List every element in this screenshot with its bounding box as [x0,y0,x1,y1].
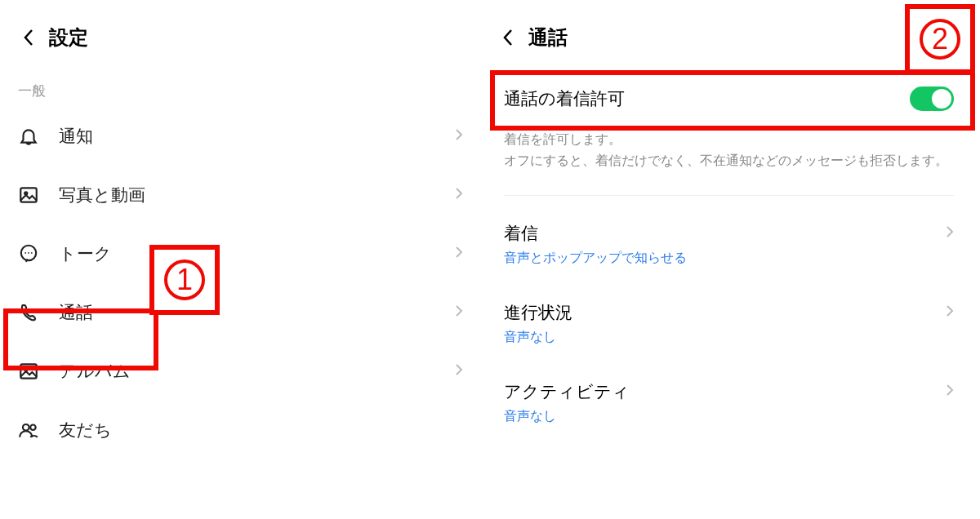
chevron-right-icon [455,246,463,262]
allow-incoming-toggle[interactable] [910,86,954,111]
toggle-label: 通話の着信許可 [504,87,910,110]
sidebar-item-friends[interactable]: 友だち [0,401,486,459]
back-icon[interactable] [502,29,514,47]
svg-point-4 [28,252,29,254]
chevron-right-icon [946,304,954,321]
sidebar-item-talk[interactable]: トーク [0,224,486,283]
svg-point-9 [30,425,35,431]
row-label: 友だち [59,419,463,441]
row-label: トーク [59,242,455,265]
row-detail: 音声とポップアップで知らせる [486,250,972,283]
row-detail: 音声なし [486,329,972,362]
bell-icon [18,126,39,147]
chevron-right-icon [455,128,463,144]
call-settings-header: 通話 [486,0,972,67]
setting-row-progress[interactable]: 進行状況 [486,283,972,329]
svg-point-5 [31,252,33,254]
row-label: 進行状況 [504,301,946,324]
divider [504,195,954,196]
sidebar-item-photos-videos[interactable]: 写真と動画 [0,166,486,224]
phone-icon [18,302,39,323]
svg-point-3 [24,252,26,254]
sidebar-item-album[interactable]: アルバム [0,342,486,401]
row-detail: 音声なし [486,408,972,441]
setting-row-activity[interactable]: アクティビティ [486,362,972,408]
row-label: アクティビティ [504,380,946,403]
call-settings-pane: 通話 通話の着信許可 着信を許可します。 オフにすると、着信だけでなく、不在通知… [486,0,980,519]
image-icon [18,184,39,206]
chevron-right-icon [946,225,954,242]
row-label: 通知 [59,125,455,148]
chevron-right-icon [455,363,463,379]
sidebar-item-notifications[interactable]: 通知 [0,107,486,166]
toggle-description: 着信を許可します。 オフにすると、着信だけでなく、不在通知などのメッセージも拒否… [486,129,972,187]
svg-rect-6 [20,364,37,378]
friends-icon [18,419,39,441]
svg-point-8 [23,424,29,431]
row-label: 写真と動画 [59,184,455,206]
settings-header: 設定 [0,0,486,67]
row-label: 着信 [504,222,946,245]
back-icon[interactable] [23,29,34,47]
setting-row-incoming[interactable]: 着信 [486,204,972,250]
description-line1: 着信を許可します。 [504,132,621,146]
chevron-right-icon [946,384,954,400]
chevron-right-icon [455,304,463,321]
section-label-general: 一般 [0,67,486,107]
description-line2: オフにすると、着信だけでなく、不在通知などのメッセージも拒否します。 [504,153,948,167]
chat-icon [18,243,39,264]
sidebar-item-call[interactable]: 通話 [0,283,486,342]
row-label: 通話 [59,301,455,324]
page-title: 通話 [528,24,568,51]
row-label: アルバム [59,360,455,383]
svg-rect-0 [20,188,37,202]
page-title: 設定 [49,24,88,51]
chevron-right-icon [455,187,463,203]
allow-incoming-toggle-row: 通話の着信許可 [486,67,972,129]
settings-pane: 設定 一般 通知 写真と動画 [0,0,486,519]
image-icon [18,361,39,382]
